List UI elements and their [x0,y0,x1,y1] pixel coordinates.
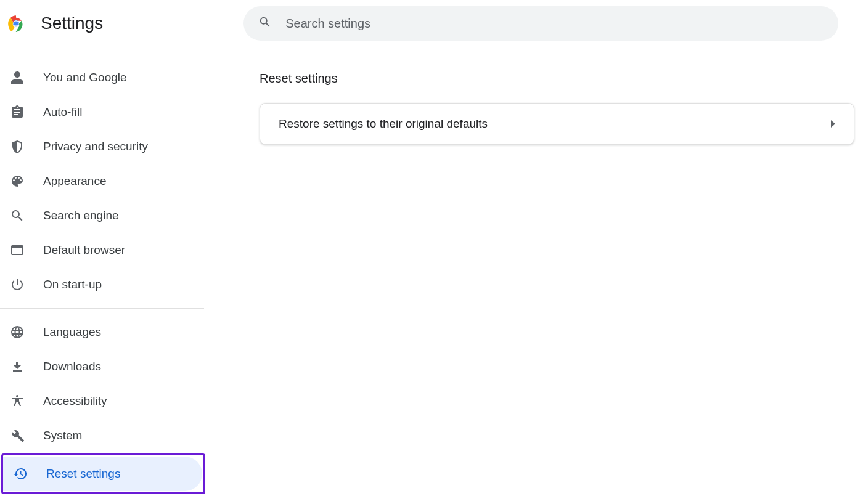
sidebar-item-system[interactable]: System [0,418,202,453]
sidebar-item-label: Privacy and security [43,140,148,153]
main-content: Reset settings Restore settings to their… [207,47,863,494]
sidebar-item-on-startup[interactable]: On start-up [0,267,202,302]
chrome-logo-icon [7,15,25,32]
sidebar-item-appearance[interactable]: Appearance [0,164,202,198]
sidebar-item-downloads[interactable]: Downloads [0,349,202,384]
sidebar-item-label: You and Google [43,71,127,84]
row-label: Restore settings to their original defau… [279,117,488,131]
sidebar-item-search-engine[interactable]: Search engine [0,198,202,233]
accessibility-icon [10,394,25,408]
sidebar-item-label: System [43,429,82,442]
sidebar-item-reset-settings[interactable]: Reset settings [3,457,202,491]
clipboard-icon [10,105,25,120]
sidebar-divider [0,308,204,309]
sidebar-item-label: Search engine [43,209,119,222]
sidebar-item-you-and-google[interactable]: You and Google [0,60,202,95]
download-icon [10,359,25,374]
sidebar: You and Google Auto-fill Privacy and sec… [0,47,207,494]
sidebar-item-default-browser[interactable]: Default browser [0,233,202,267]
settings-card: Restore settings to their original defau… [260,103,854,145]
header: Settings [0,0,863,47]
chevron-right-icon [831,120,835,128]
app-title: Settings [41,14,103,33]
sidebar-item-label: On start-up [43,278,102,291]
sidebar-item-label: Reset settings [46,467,120,481]
logo-title-group: Settings [7,14,103,33]
sidebar-item-autofill[interactable]: Auto-fill [0,95,202,129]
section-title: Reset settings [260,71,856,86]
sidebar-item-accessibility[interactable]: Accessibility [0,384,202,418]
restore-icon [13,466,28,481]
person-icon [10,70,25,85]
search-icon [10,208,25,223]
power-icon [10,277,25,292]
search-icon [258,15,272,31]
sidebar-item-label: Languages [43,325,101,339]
palette-icon [10,174,25,189]
sidebar-highlight: Reset settings [1,453,205,494]
shield-icon [10,139,25,154]
restore-defaults-row[interactable]: Restore settings to their original defau… [260,104,854,144]
sidebar-item-languages[interactable]: Languages [0,315,202,349]
sidebar-item-label: Accessibility [43,394,107,408]
sidebar-item-label: Auto-fill [43,105,82,119]
sidebar-item-privacy-security[interactable]: Privacy and security [0,129,202,164]
browser-icon [10,243,25,258]
sidebar-item-label: Default browser [43,243,125,257]
sidebar-item-label: Appearance [43,174,106,188]
search-input[interactable] [285,17,824,31]
sidebar-item-label: Downloads [43,360,101,373]
search-bar[interactable] [243,6,838,41]
globe-icon [10,325,25,339]
wrench-icon [10,428,25,443]
